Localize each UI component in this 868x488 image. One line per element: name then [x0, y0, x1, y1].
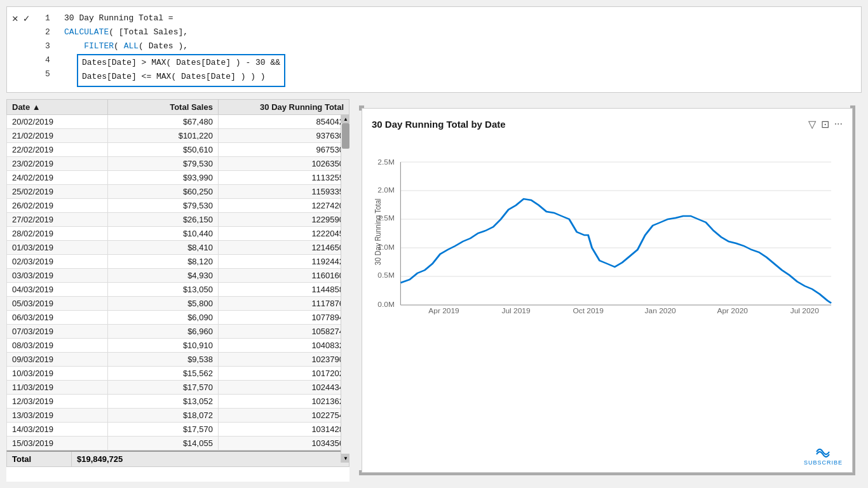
table-row: 28/02/2019$10,4401222045	[7, 227, 349, 241]
table-cell-20-0: 12/03/2019	[7, 395, 108, 409]
table-cell-1-1: $101,220	[107, 129, 218, 143]
table-cell-17-2: 1023790	[218, 353, 349, 367]
table-container: Date ▲ Total Sales 30 Day Running Total …	[6, 99, 349, 482]
table-row: 13/03/2019$18,0721022754	[7, 409, 349, 423]
table-cell-19-1: $17,570	[107, 381, 218, 395]
table-row: 07/03/2019$6,9601058274	[7, 325, 349, 339]
chart-title-bar: 30 Day Running Total by Date ▽ ⊡ ···	[372, 118, 843, 130]
line-content-3: FILTER( ALL( Dates ),	[64, 40, 188, 53]
chart-area: 0.0M 0.5M 1.0M 1.5M 2.0M 2.5M 30 Day Run…	[372, 137, 843, 315]
table-cell-20-1: $13,052	[107, 395, 218, 409]
code-line-4: Dates[Date] > MAX( Dates[Date] ) - 30 &&	[82, 57, 280, 71]
table-cell-14-2: 1077894	[218, 311, 349, 325]
table-row: 26/02/2019$79,5301227420	[7, 199, 349, 213]
expand-icon[interactable]: ⊡	[821, 118, 829, 130]
scrollbar[interactable]: ▲ ▼	[341, 114, 349, 463]
code-line-4-num: 4	[45, 54, 64, 68]
table-cell-2-2: 967530	[218, 143, 349, 157]
code-lines: 1 30 Day Running Total = 2 CALCULATE( [T…	[7, 12, 861, 87]
svg-text:0.5M: 0.5M	[377, 272, 395, 279]
resize-handle-bottom[interactable]	[364, 473, 850, 475]
table-cell-22-0: 14/03/2019	[7, 423, 108, 437]
table-cell-11-0: 03/03/2019	[7, 269, 108, 283]
chart-action-icons: ▽ ⊡ ···	[808, 118, 843, 130]
line-content-1: 30 Day Running Total =	[64, 12, 173, 25]
filter-icon[interactable]: ▽	[808, 118, 816, 130]
line-content-4: Dates[Date] > MAX( Dates[Date] ) - 30 &&	[82, 57, 280, 70]
resize-handle-right[interactable]	[853, 111, 855, 470]
table-cell-16-1: $10,910	[107, 339, 218, 353]
table-row: 09/03/2019$9,5381023790	[7, 353, 349, 367]
table-cell-4-2: 1113255	[218, 171, 349, 185]
table-cell-14-1: $6,090	[107, 311, 218, 325]
table-row: 06/03/2019$6,0901077894	[7, 311, 349, 325]
code-line-2: 2 CALCULATE( [Total Sales],	[45, 26, 855, 40]
table-cell-18-1: $15,562	[107, 367, 218, 381]
chart-title: 30 Day Running Total by Date	[372, 119, 506, 130]
svg-text:2.0M: 2.0M	[377, 187, 395, 194]
scroll-thumb[interactable]	[342, 123, 349, 149]
more-icon[interactable]: ···	[834, 118, 843, 130]
table-body: 20/02/2019$67,48085404221/02/2019$101,22…	[7, 115, 349, 451]
table-cell-10-1: $8,120	[107, 255, 218, 269]
table-cell-8-2: 1222045	[218, 227, 349, 241]
line-nums-box: 4 5	[45, 54, 64, 82]
table-cell-10-0: 02/03/2019	[7, 255, 108, 269]
table-cell-7-0: 27/02/2019	[7, 213, 108, 227]
table-row: 12/03/2019$13,0521021362	[7, 395, 349, 409]
code-line-3: 3 FILTER( ALL( Dates ),	[45, 40, 855, 54]
table-cell-0-0: 20/02/2019	[7, 115, 108, 129]
table-cell-6-2: 1227420	[218, 199, 349, 213]
col-header-running: 30 Day Running Total	[218, 100, 349, 115]
table-cell-15-0: 07/03/2019	[7, 325, 108, 339]
table-row: 20/02/2019$67,480854042	[7, 115, 349, 129]
table-row: 25/02/2019$60,2501159335	[7, 185, 349, 199]
svg-text:Apr 2020: Apr 2020	[717, 308, 747, 315]
table-cell-3-1: $79,530	[107, 157, 218, 171]
main-container: ✕ ✓ 1 30 Day Running Total = 2 CALCULATE…	[0, 0, 868, 488]
table-cell-23-1: $14,055	[107, 437, 218, 451]
table-row: 15/03/2019$14,0551034356	[7, 437, 349, 451]
table-cell-4-0: 24/02/2019	[7, 171, 108, 185]
close-icon[interactable]: ✕	[12, 12, 18, 25]
line-num-1: 1	[45, 12, 64, 25]
table-cell-16-2: 1040832	[218, 339, 349, 353]
scroll-up-arrow[interactable]: ▲	[341, 114, 349, 123]
table-row: 11/03/2019$17,5701024434	[7, 381, 349, 395]
table-row: 04/03/2019$13,0501144858	[7, 283, 349, 297]
table-cell-8-0: 28/02/2019	[7, 227, 108, 241]
table-cell-1-2: 937630	[218, 129, 349, 143]
total-value: $19,849,725	[72, 452, 142, 466]
table-cell-23-2: 1034356	[218, 437, 349, 451]
table-row: 24/02/2019$93,9901113255	[7, 171, 349, 185]
toolbar: ✕ ✓	[12, 12, 29, 25]
scroll-track[interactable]	[341, 123, 349, 454]
total-label: Total	[7, 452, 72, 466]
chart-svg: 0.0M 0.5M 1.0M 1.5M 2.0M 2.5M 30 Day Run…	[372, 137, 843, 315]
col-header-date: Date ▲	[7, 100, 108, 115]
code-line-5: Dates[Date] <= MAX( Dates[Date] ) ) )	[82, 71, 280, 85]
table-total-row: Total $19,849,725	[6, 451, 349, 467]
table-row: 27/02/2019$26,1501229590	[7, 213, 349, 227]
table-cell-0-2: 854042	[218, 115, 349, 129]
scroll-down-arrow[interactable]: ▼	[341, 454, 349, 463]
table-cell-13-2: 1117876	[218, 297, 349, 311]
table-cell-20-2: 1021362	[218, 395, 349, 409]
table-cell-12-1: $13,050	[107, 283, 218, 297]
kw-all: ALL	[124, 41, 139, 51]
table-cell-21-2: 1022754	[218, 409, 349, 423]
table-cell-0-1: $67,480	[107, 115, 218, 129]
svg-text:Jul 2020: Jul 2020	[790, 308, 819, 315]
line-content-5: Dates[Date] <= MAX( Dates[Date] ) ) )	[82, 71, 266, 84]
table-cell-14-0: 06/03/2019	[7, 311, 108, 325]
subscribe-watermark: SUBSCRIBE	[804, 445, 843, 466]
table-cell-5-1: $60,250	[107, 185, 218, 199]
table-row: 14/03/2019$17,5701031428	[7, 423, 349, 437]
check-icon[interactable]: ✓	[24, 12, 30, 25]
table-cell-2-0: 22/02/2019	[7, 143, 108, 157]
table-cell-2-1: $50,610	[107, 143, 218, 157]
table-row: 05/03/2019$5,8001117876	[7, 297, 349, 311]
subscribe-logo-icon	[813, 445, 832, 458]
highlighted-code-box: Dates[Date] > MAX( Dates[Date] ) - 30 &&…	[77, 54, 285, 87]
svg-text:Jan 2020: Jan 2020	[645, 308, 676, 315]
